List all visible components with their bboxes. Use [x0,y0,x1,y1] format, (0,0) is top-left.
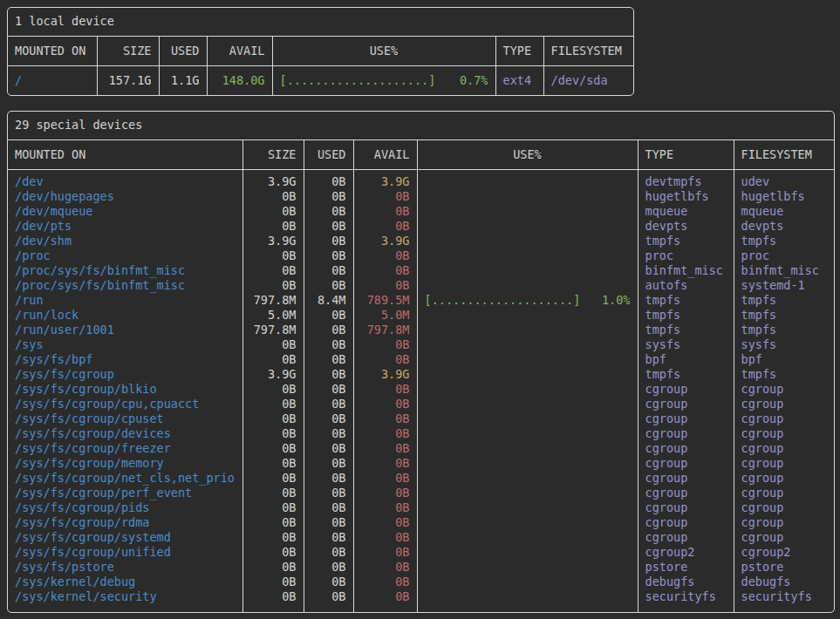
use-percent-value: 1.0% [602,293,631,308]
cell-mounted-on: /sys/fs/cgroup/devices [8,426,242,441]
cell-type: autofs [638,278,734,293]
device-row: /sys/fs/cgroup/cpuset 0B 0B 0B cgroup cg… [8,412,834,426]
panel-title-row: 1 local device [8,8,633,37]
cell-used: 0B [304,352,353,367]
cell-filesystem: /dev/sda [543,66,633,96]
cell-avail: 0B [353,530,417,545]
cell-mounted-on: /sys/fs/cgroup/unified [8,545,242,560]
cell-use-percent: 0.7%[....................] [272,66,495,96]
column-header-use-percent: USE% [417,140,638,170]
cell-type: cgroup [638,515,734,530]
device-row: /sys/fs/cgroup 3.9G 0B 3.9G tmpfs tmpfs [8,367,834,382]
cell-size: 3.9G [242,170,304,190]
cell-avail: 0B [353,382,417,397]
cell-avail: 0B [353,515,417,530]
device-row: /run/lock 5.0M 0B 5.0M tmpfs tmpfs [8,308,834,323]
cell-avail: 0B [353,352,417,367]
cell-avail: 0B [353,575,417,589]
cell-mounted-on: /dev/shm [8,234,242,248]
cell-filesystem: cgroup [734,397,834,412]
column-header-type: TYPE [495,37,543,66]
column-header-use-percent: USE% [272,37,495,66]
cell-mounted-on: /dev/mqueue [8,204,242,219]
cell-filesystem: cgroup2 [734,545,834,560]
cell-mounted-on: /proc/sys/fs/binfmt_misc [8,263,242,278]
cell-size: 0B [242,352,304,367]
cell-used: 0B [304,219,353,234]
cell-mounted-on: /proc [8,248,242,263]
device-row: /dev/shm 3.9G 0B 3.9G tmpfs tmpfs [8,234,834,248]
device-row: /sys/fs/cgroup/devices 0B 0B 0B cgroup c… [8,426,834,441]
cell-mounted-on: /sys/fs/cgroup/cpuset [8,412,242,426]
cell-use-percent [417,412,638,426]
cell-avail: 0B [353,189,417,204]
cell-size: 0B [242,545,304,560]
column-header-mounted-on: MOUNTED ON [8,37,97,66]
cell-size: 0B [242,397,304,412]
cell-type: tmpfs [638,323,734,337]
device-row: /sys/fs/cgroup/unified 0B 0B 0B cgroup2 … [8,545,834,560]
cell-type: cgroup [638,441,734,456]
cell-mounted-on: /sys/fs/pstore [8,560,242,575]
device-row: /sys/fs/cgroup/pids 0B 0B 0B cgroup cgro… [8,500,834,515]
cell-type: mqueue [638,204,734,219]
cell-used: 0B [304,189,353,204]
cell-avail: 0B [353,456,417,471]
cell-use-percent [417,426,638,441]
cell-use-percent [417,337,638,352]
column-header-size: SIZE [97,37,159,66]
device-row: /dev/hugepages 0B 0B 0B hugetlbfs hugetl… [8,189,834,204]
cell-filesystem: hugetlbfs [734,189,834,204]
cell-mounted-on: /sys/fs/cgroup/blkio [8,382,242,397]
cell-filesystem: bpf [734,352,834,367]
cell-mounted-on: /run [8,293,242,308]
cell-use-percent [417,397,638,412]
cell-mounted-on: /sys/fs/cgroup [8,367,242,382]
local-devices-panel-title: 1 local device [8,8,633,37]
cell-size: 5.0M [242,308,304,323]
cell-avail: 3.9G [353,367,417,382]
column-header-filesystem: FILESYSTEM [734,140,834,170]
cell-type: tmpfs [638,293,734,308]
cell-filesystem: tmpfs [734,308,834,323]
cell-size: 0B [242,441,304,456]
use-percent-value: 0.7% [460,73,488,88]
cell-use-percent [417,278,638,293]
cell-type: tmpfs [638,367,734,382]
cell-avail: 797.8M [353,323,417,337]
cell-type: pstore [638,560,734,575]
cell-filesystem: cgroup [734,426,834,441]
cell-used: 0B [304,486,353,500]
cell-avail: 0B [353,486,417,500]
local-devices-panel: 1 local device MOUNTED ON SIZE USED AVAI… [7,7,634,96]
cell-filesystem: cgroup [734,530,834,545]
device-row: /proc/sys/fs/binfmt_misc 0B 0B 0B binfmt… [8,263,834,278]
cell-filesystem: securityfs [734,589,834,612]
cell-type: securityfs [638,589,734,612]
cell-avail: 5.0M [353,308,417,323]
cell-size: 0B [242,426,304,441]
cell-type: cgroup2 [638,545,734,560]
cell-size: 0B [242,500,304,515]
column-header-avail: AVAIL [353,140,417,170]
cell-mounted-on: /sys/fs/cgroup/rdma [8,515,242,530]
device-row: /sys/fs/cgroup/memory 0B 0B 0B cgroup cg… [8,456,834,471]
cell-use-percent [417,189,638,204]
cell-size: 157.1G [97,66,159,96]
cell-filesystem: cgroup [734,382,834,397]
device-row: /sys/fs/pstore 0B 0B 0B pstore pstore [8,560,834,575]
cell-size: 0B [242,278,304,293]
cell-mounted-on: /sys/fs/cgroup/cpu,cpuacct [8,397,242,412]
cell-filesystem: cgroup [734,515,834,530]
cell-avail: 0B [353,219,417,234]
cell-used: 0B [304,323,353,337]
device-row: /dev/mqueue 0B 0B 0B mqueue mqueue [8,204,834,219]
cell-type: ext4 [495,66,543,96]
cell-use-percent [417,441,638,456]
cell-avail: 0B [353,441,417,456]
column-header-filesystem: FILESYSTEM [543,37,633,66]
device-row: /sys/fs/cgroup/perf_event 0B 0B 0B cgrou… [8,486,834,500]
cell-use-percent [417,589,638,612]
cell-used: 0B [304,204,353,219]
cell-mounted-on: /sys/fs/cgroup/freezer [8,441,242,456]
